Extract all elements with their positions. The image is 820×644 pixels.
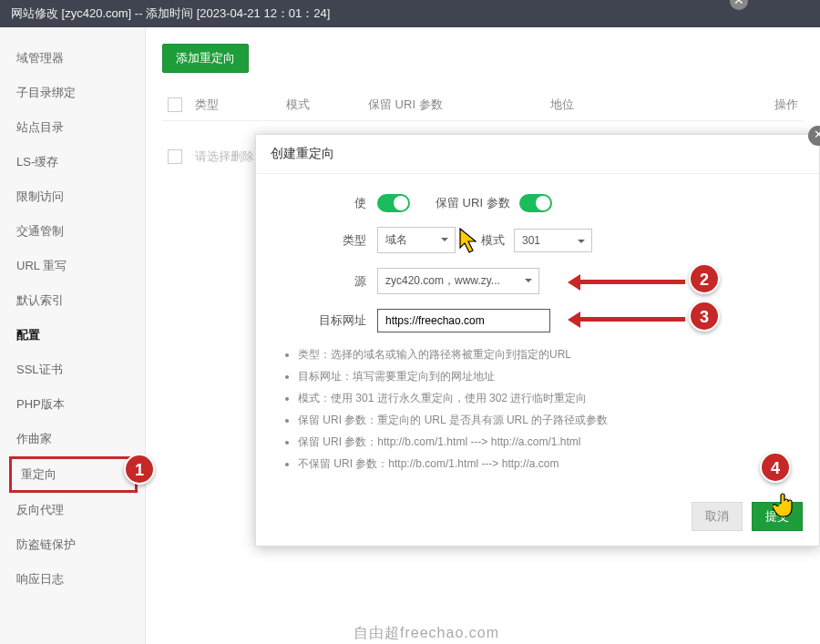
label-enable: 使 xyxy=(282,195,377,211)
mode-select[interactable]: 301 xyxy=(514,229,592,252)
cancel-button[interactable]: 取消 xyxy=(692,502,743,531)
tip-item: 保留 URI 参数：http://b.com/1.html ---> http:… xyxy=(298,434,794,450)
sidebar-item-url-rewrite[interactable]: URL 重写 xyxy=(0,249,145,283)
annotation-badge-2: 2 xyxy=(689,263,720,294)
sidebar: 域管理器 子目录绑定 站点目录 LS-缓存 限制访问 交通管制 URL 重写 默… xyxy=(0,27,146,644)
annotation-badge-3: 3 xyxy=(689,301,720,332)
batch-select-text: 请选择删除 xyxy=(195,148,254,165)
type-select[interactable]: 域名 xyxy=(377,227,456,253)
table-header: 类型 模式 保留 URI 参数 地位 操作 xyxy=(162,89,804,121)
sidebar-item-ls-cache[interactable]: LS-缓存 xyxy=(0,145,145,179)
annotation-badge-4: 4 xyxy=(760,452,791,483)
dialog-title: 创建重定向 xyxy=(256,135,819,174)
sidebar-item-php[interactable]: PHP版本 xyxy=(0,387,145,422)
col-mode: 模式 xyxy=(286,97,368,113)
select-all-checkbox[interactable] xyxy=(168,97,182,112)
label-target: 目标网址 xyxy=(282,312,377,329)
label-keep-uri: 保留 URI 参数 xyxy=(436,195,510,211)
source-select[interactable]: zyc420.com，www.zy... xyxy=(377,268,539,294)
tip-item: 类型：选择的域名或输入的路径将被重定向到指定的URL xyxy=(298,347,794,363)
sidebar-item-response-log[interactable]: 响应日志 xyxy=(0,562,145,597)
annotation-arrow xyxy=(572,280,685,284)
sidebar-item-config[interactable]: 配置 xyxy=(0,318,145,353)
col-ops: 操作 xyxy=(753,97,798,113)
annotation-arrow xyxy=(572,317,685,322)
tips-list: 类型：选择的域名或输入的路径将被重定向到指定的URL 目标网址：填写需要重定向到… xyxy=(298,347,794,472)
col-keep-uri: 保留 URI 参数 xyxy=(368,97,550,113)
sidebar-item-reverse-proxy[interactable]: 反向代理 xyxy=(0,493,145,527)
tip-item: 保留 URI 参数：重定向的 URL 是否具有源 URL 的子路径或参数 xyxy=(298,413,794,428)
add-redirect-button[interactable]: 添加重定向 xyxy=(162,44,249,73)
label-type: 类型 xyxy=(282,232,377,249)
sidebar-item-ssl[interactable]: SSL证书 xyxy=(0,353,145,387)
sidebar-item-limit-access[interactable]: 限制访问 xyxy=(0,179,145,214)
create-redirect-dialog: ✕ 创建重定向 使 保留 URI 参数 类型 域名 模式 301 源 zyc42… xyxy=(255,134,820,547)
tip-item: 目标网址：填写需要重定向到的网址地址 xyxy=(298,369,794,384)
col-type: 类型 xyxy=(195,97,286,113)
row-checkbox[interactable] xyxy=(168,149,182,164)
col-position: 地位 xyxy=(550,97,753,113)
tip-item: 模式：使用 301 进行永久重定向，使用 302 进行临时重定向 xyxy=(298,391,794,406)
enable-toggle[interactable] xyxy=(377,194,410,212)
sidebar-item-composer[interactable]: 作曲家 xyxy=(0,422,145,456)
target-url-input[interactable] xyxy=(377,309,550,332)
sidebar-item-site-dir[interactable]: 站点目录 xyxy=(0,110,145,145)
sidebar-item-default-index[interactable]: 默认索引 xyxy=(0,283,145,318)
svg-marker-0 xyxy=(460,229,476,252)
sidebar-item-domain-manager[interactable]: 域管理器 xyxy=(0,41,145,76)
sidebar-item-traffic[interactable]: 交通管制 xyxy=(0,214,145,249)
watermark-text: 自由超freechao.com xyxy=(354,624,499,643)
label-source: 源 xyxy=(282,273,377,290)
sidebar-item-subdir-bind[interactable]: 子目录绑定 xyxy=(0,76,145,110)
window-titlebar: 网站修改 [zyc420.com] -- 添加时间 [2023-04-21 12… xyxy=(0,0,820,27)
label-mode: 模式 xyxy=(481,232,505,249)
sidebar-item-hotlink[interactable]: 防盗链保护 xyxy=(0,527,145,562)
annotation-badge-1: 1 xyxy=(124,454,155,485)
keep-uri-toggle[interactable] xyxy=(519,194,552,212)
window-title: 网站修改 [zyc420.com] -- 添加时间 [2023-04-21 12… xyxy=(11,6,330,20)
sidebar-item-redirect[interactable]: 重定向 xyxy=(9,456,138,493)
tip-item: 不保留 URI 参数：http://b.com/1.html ---> http… xyxy=(298,456,794,472)
